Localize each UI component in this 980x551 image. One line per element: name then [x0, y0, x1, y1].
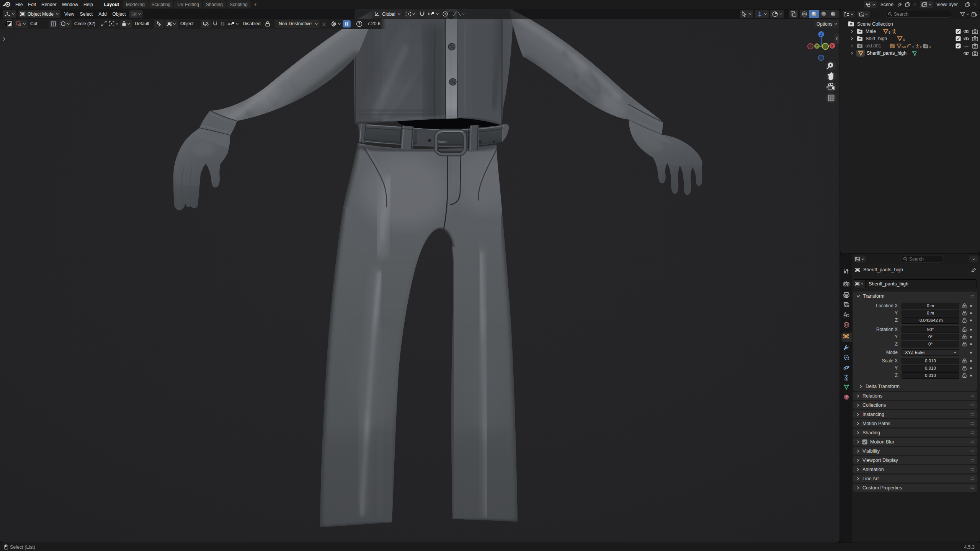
svg-text:X: X — [831, 44, 834, 48]
svg-text:Z: Z — [820, 32, 823, 37]
svg-text:?: ? — [358, 22, 360, 26]
svg-text:Y: Y — [815, 44, 818, 49]
